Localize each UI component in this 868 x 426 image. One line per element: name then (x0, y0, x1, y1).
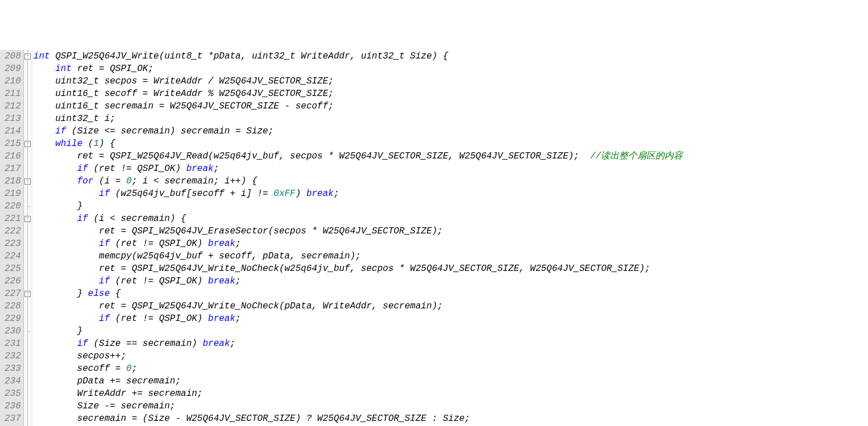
line-number: 231 (5, 337, 21, 350)
code-line[interactable]: ret = QSPI_W25Q64JV_Write_NoCheck(w25q64… (34, 262, 683, 275)
number-token: 0 (126, 176, 132, 186)
code-editor[interactable]: 2082092102112122132142152162172182192202… (0, 50, 868, 426)
line-number: 222 (5, 225, 21, 237)
code-line[interactable]: uint32_t i; (34, 112, 683, 125)
fold-guide (24, 275, 32, 287)
code-line[interactable]: uint32_t secpos = WriteAddr / W25Q64JV_S… (34, 75, 683, 87)
keyword-token: if (77, 339, 88, 349)
text-token: ; (230, 339, 235, 349)
line-number: 229 (5, 312, 21, 325)
line-number: 210 (5, 75, 21, 87)
text-token: ret = QSPI_OK; (72, 64, 153, 74)
keyword-token: if (77, 214, 88, 224)
code-line[interactable]: if (Size <= secremain) secremain = Size; (34, 125, 683, 137)
text-token: uint16_t secoff = WriteAddr % W25Q64JV_S… (34, 89, 334, 99)
code-line[interactable]: ret = QSPI_W25Q64JV_EraseSector(secpos *… (34, 225, 683, 237)
fold-guide (24, 250, 32, 262)
text-token: pData += secremain; (34, 376, 181, 386)
fold-toggle-icon[interactable] (24, 287, 32, 300)
text-token (34, 189, 99, 199)
code-line[interactable]: if (ret != QSPI_OK) break; (34, 275, 683, 287)
text-token (34, 314, 99, 324)
fold-toggle-icon[interactable] (24, 175, 32, 187)
text-token: ret = QSPI_W25Q64JV_Write_NoCheck(pData,… (34, 301, 443, 311)
fold-toggle-icon[interactable] (24, 212, 32, 225)
fold-toggle-icon[interactable] (24, 50, 32, 62)
line-number: 225 (5, 262, 21, 275)
code-line[interactable]: Size -= secremain; (34, 400, 683, 412)
fold-guide (24, 100, 32, 112)
line-number: 216 (5, 150, 21, 162)
fold-guide (24, 362, 32, 375)
line-number: 215 (5, 137, 21, 150)
text-token: } (34, 326, 82, 336)
text-token: memcpy(w25q64jv_buf + secoff, pData, sec… (34, 251, 361, 261)
code-line[interactable]: secremain = (Size - W25Q64JV_SECTOR_SIZE… (34, 412, 683, 425)
code-line[interactable]: if (Size == secremain) break; (34, 337, 683, 350)
code-line[interactable]: } (34, 325, 683, 337)
fold-guide (24, 150, 32, 162)
code-line[interactable]: if (ret != QSPI_OK) break; (34, 162, 683, 175)
keyword-token: else (88, 289, 110, 299)
code-line[interactable]: secoff = 0; (34, 362, 683, 375)
code-line[interactable]: ret = QSPI_W25Q64JV_Read(w25q64jv_buf, s… (34, 150, 683, 162)
code-line[interactable]: while (1) { (34, 137, 683, 150)
keyword-token: if (99, 276, 110, 286)
fold-guide (24, 162, 32, 175)
code-line[interactable]: ret = QSPI_W25Q64JV_Write_NoCheck(pData,… (34, 300, 683, 312)
line-number: 230 (5, 325, 21, 337)
fold-column[interactable] (24, 50, 32, 426)
code-line[interactable]: memcpy(w25q64jv_buf + secoff, pData, sec… (34, 250, 683, 262)
line-number: 214 (5, 125, 21, 137)
fold-toggle-icon[interactable] (24, 137, 32, 150)
fold-guide (24, 350, 32, 362)
comment-token: //读出整个扇区的内容 (590, 151, 683, 161)
number-token: 0 (126, 364, 132, 374)
code-line[interactable]: uint16_t secoff = WriteAddr % W25Q64JV_S… (34, 87, 683, 100)
line-number: 232 (5, 350, 21, 362)
text-token (34, 176, 77, 186)
keyword-token: if (99, 239, 110, 249)
text-token (34, 214, 77, 224)
line-number: 227 (5, 287, 21, 300)
code-line[interactable]: if (ret != QSPI_OK) break; (34, 312, 683, 325)
fold-guide (24, 225, 32, 237)
code-line[interactable]: pData += secremain; (34, 375, 683, 387)
keyword-token: break (208, 314, 235, 324)
text-token (34, 164, 77, 174)
code-line[interactable]: if (i < secremain) { (34, 212, 683, 225)
code-line[interactable]: uint16_t secremain = W25Q64JV_SECTOR_SIZ… (34, 100, 683, 112)
keyword-token: break (202, 339, 230, 349)
fold-guide (24, 325, 32, 337)
fold-guide (24, 187, 32, 200)
keyword-token: if (55, 126, 66, 136)
code-area[interactable]: int QSPI_W25Q64JV_Write(uint8_t *pData, … (32, 50, 683, 426)
fold-guide (24, 412, 32, 425)
keyword-token: int (55, 64, 72, 74)
line-number: 224 (5, 250, 21, 262)
text-token: secremain = (Size - W25Q64JV_SECTOR_SIZE… (34, 414, 470, 424)
text-token: ret = QSPI_W25Q64JV_Write_NoCheck(w25q64… (34, 264, 650, 274)
code-line[interactable]: } else { (34, 287, 683, 300)
text-token: { (110, 289, 121, 299)
text-token: WriteAddr += secremain; (34, 389, 203, 399)
code-line[interactable]: secpos++; (34, 350, 683, 362)
code-line[interactable]: WriteAddr += secremain; (34, 387, 683, 400)
keyword-token: if (99, 189, 110, 199)
code-line[interactable]: int QSPI_W25Q64JV_Write(uint8_t *pData, … (34, 50, 683, 62)
code-line[interactable]: } (34, 200, 683, 212)
code-line[interactable]: int ret = QSPI_OK; (34, 62, 683, 75)
code-line[interactable]: if (ret != QSPI_OK) break; (34, 237, 683, 250)
text-token (34, 239, 99, 249)
text-token: ret = QSPI_W25Q64JV_Read(w25q64jv_buf, s… (34, 151, 590, 161)
line-number: 208 (5, 50, 21, 62)
code-line[interactable]: for (i = 0; i < secremain; i++) { (34, 175, 683, 187)
text-token: (ret != QSPI_OK) (110, 314, 208, 324)
line-number: 211 (5, 87, 21, 100)
code-line[interactable]: if (w25q64jv_buf[secoff + i] != 0xFF) br… (34, 187, 683, 200)
fold-guide (24, 75, 32, 87)
text-token: (ret != QSPI_OK) (88, 164, 186, 174)
number-token: 1 (93, 139, 99, 149)
line-number: 235 (5, 387, 21, 400)
line-number: 233 (5, 362, 21, 375)
